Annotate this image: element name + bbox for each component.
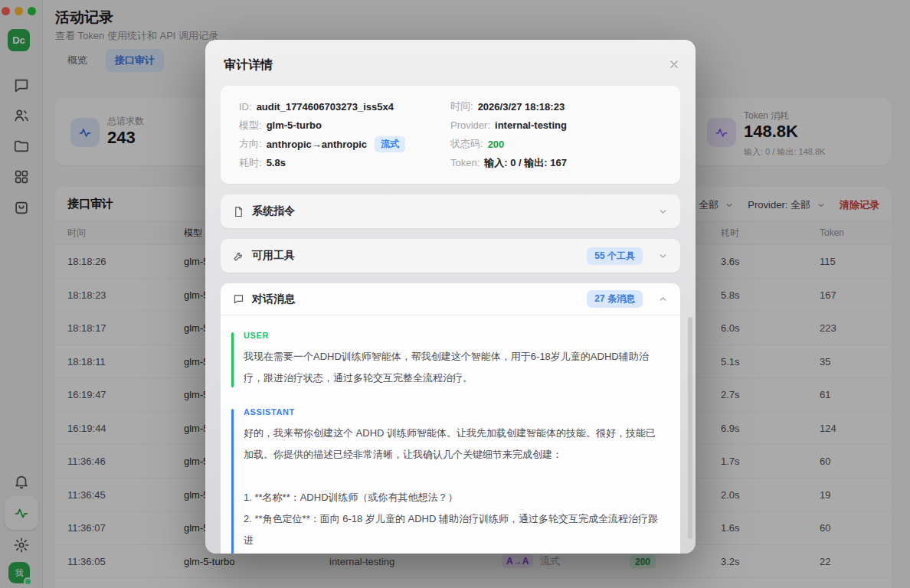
field-token: Token: 输入: 0 / 输出: 167 (450, 154, 662, 173)
section-available-tools-header[interactable]: 可用工具 55 个工具 (221, 239, 680, 273)
audit-info-card: ID: audit_1774606703273_iss5x4 模型: glm-5… (221, 86, 680, 184)
field-time: 时间: 2026/3/27 18:18:23 (450, 97, 662, 116)
message-role-label: USER (244, 331, 665, 340)
messages-list[interactable]: USER 我现在需要一个ADHD训练师智能体，帮我创建这个智能体，用于6-18岁… (221, 315, 680, 554)
field-model: 模型: glm-5-turbo (239, 116, 450, 136)
modal-scrollbar-thumb[interactable] (688, 317, 692, 539)
chat-icon (233, 293, 244, 305)
section-system-prompt-header[interactable]: 系统指令 (221, 194, 680, 228)
field-duration: 耗时: 5.8s (239, 154, 450, 173)
message-role-label: ASSISTANT (244, 407, 665, 416)
section-available-tools: 可用工具 55 个工具 (221, 239, 680, 273)
app-window: Dc (0, 0, 910, 588)
tools-count-badge: 55 个工具 (587, 247, 643, 265)
section-conversation-messages-header[interactable]: 对话消息 27 条消息 (221, 283, 680, 315)
user-message: USER 我现在需要一个ADHD训练师智能体，帮我创建这个智能体，用于6-18岁… (231, 331, 665, 389)
field-id: ID: audit_1774606703273_iss5x4 (239, 97, 450, 116)
message-text: 我现在需要一个ADHD训练师智能体，帮我创建这个智能体，用于6-18岁儿童的AD… (244, 346, 665, 389)
modal-header: 审计详情 (205, 40, 696, 84)
chevron-down-icon (658, 251, 668, 261)
field-direction: 方向: anthropic→anthropic 流式 (239, 135, 450, 154)
field-status: 状态码: 200 (450, 135, 662, 154)
modal-title: 审计详情 (224, 57, 273, 74)
document-icon (233, 206, 244, 217)
field-provider: Provider: internal-testing (450, 116, 662, 136)
message-text: 好的，我来帮你创建这个 ADHD 训练师智能体。让我先加载创建智能体的技能。很好… (244, 423, 665, 554)
section-conversation-messages: 对话消息 27 条消息 USER 我现在需要一个ADHD训练师智能体，帮我创建这… (221, 283, 680, 554)
wrench-icon (233, 250, 244, 262)
section-system-prompt: 系统指令 (221, 194, 680, 228)
assistant-message: ASSISTANT 好的，我来帮你创建这个 ADHD 训练师智能体。让我先加载创… (231, 407, 665, 554)
messages-count-badge: 27 条消息 (587, 290, 643, 308)
chevron-up-icon (658, 294, 668, 304)
audit-detail-modal: 审计详情 ID: audit_1774606703273_iss5x4 模型: … (205, 40, 696, 554)
stream-badge: 流式 (375, 136, 405, 152)
chevron-down-icon (658, 207, 668, 217)
close-icon[interactable] (668, 58, 680, 70)
